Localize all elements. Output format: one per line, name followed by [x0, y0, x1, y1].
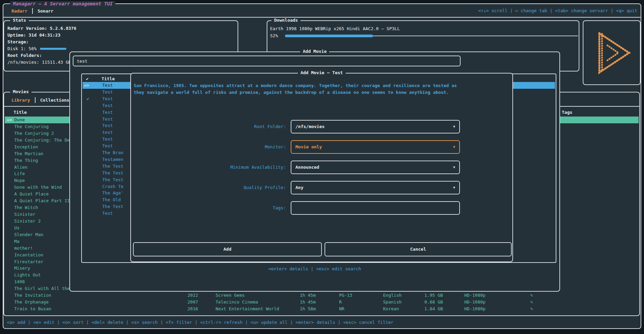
result-title: Test	[102, 89, 113, 96]
modal-title: Add Movie – Test	[298, 70, 346, 75]
movie-title: Lights Out	[14, 272, 41, 278]
library-row[interactable]: The Orphanage2007Telecinco Cinema1h 45mR…	[5, 299, 639, 306]
pencil-icon: ✎	[530, 306, 533, 312]
library-row[interactable]: The Invitation2022Screen Gems1h 45mPG-13…	[5, 292, 639, 299]
app-title: Managarr – A Servarr management TUI	[10, 1, 115, 6]
form-field-row: Root Folder:/nfs/movies▼	[131, 120, 512, 133]
movie-certification: R	[339, 299, 342, 306]
result-title: Test	[102, 116, 113, 123]
result-title: The Test	[102, 170, 124, 176]
tab-radarr[interactable]: Radarr	[12, 8, 27, 14]
movie-language: Spanish	[383, 299, 402, 306]
disk-usage-gauge	[40, 48, 66, 50]
result-title: The Test	[102, 203, 124, 210]
result-title: Testamen	[102, 156, 124, 163]
movie-size: 0.68 GB	[424, 299, 443, 306]
root-folder-value: /nfs/movies: 11511.43 GB	[7, 59, 71, 65]
disk-usage-row: Disk 1: 56%	[7, 46, 66, 52]
field-input[interactable]	[291, 201, 460, 215]
result-title: Test	[102, 109, 113, 116]
movie-title: The Girl with All the	[14, 285, 70, 292]
movie-title: Us	[14, 225, 20, 231]
result-title: The Old	[102, 196, 121, 203]
download-progress-fill	[285, 35, 373, 37]
field-dropdown[interactable]: Any▼	[291, 181, 460, 194]
selection-arrow-icon: =>	[7, 117, 12, 123]
movie-title: Inception	[14, 144, 38, 150]
movie-search-input[interactable]	[73, 56, 461, 66]
form-field-row: Quality Profile:Any▼	[131, 181, 512, 194]
movie-title: Gone with the Wind	[14, 184, 62, 191]
result-title: Test	[102, 136, 113, 143]
movie-title: The Thing	[14, 157, 38, 164]
field-value: Announced	[295, 161, 319, 173]
result-title: The Test	[102, 163, 124, 170]
movie-title: The Orphanage	[14, 299, 49, 306]
movie-size: 1.84 GB	[424, 306, 443, 312]
uptime: Uptime: 31d 04:31:23	[7, 32, 61, 38]
pencil-icon: ✎	[530, 299, 533, 306]
movie-title: The Conjuring 2	[14, 130, 54, 137]
movie-studio: Screen Gems	[216, 292, 245, 299]
movie-title: Nope	[14, 177, 25, 184]
result-title: Crash Te	[102, 183, 124, 190]
checkmark-icon: ✔	[87, 96, 89, 102]
chevron-down-icon: ▼	[453, 141, 455, 153]
movie-title: A Quiet Place Part II	[14, 197, 70, 204]
movie-runtime: 1h 45m	[300, 292, 316, 299]
movie-title: Incantation	[14, 252, 43, 258]
add-movie-modal: Add Movie – Test San Francisco, 1985. Tw…	[130, 73, 513, 262]
form-field-row: Tags:	[131, 201, 512, 215]
movie-description: San Francisco, 1985. Two opposites attra…	[134, 82, 462, 96]
result-title: Test	[102, 82, 113, 89]
search-keybind-help: <enter> details | <esc> edit search	[70, 266, 559, 271]
movie-quality: HD-1080p	[464, 299, 486, 306]
library-row[interactable]: Train to Busan2016Next Entertainment Wor…	[5, 306, 639, 312]
movie-title: The Conjuring: The De	[14, 137, 70, 144]
result-title: Test	[102, 122, 113, 129]
download-item: Earth 1998 1080p WEBRip x265 Hindi AAC2.…	[270, 26, 400, 32]
movie-title: Sinister	[14, 211, 36, 218]
movie-runtime: 1h 58m	[300, 306, 316, 312]
movie-title: The Martian	[14, 150, 43, 157]
movie-title: Firestarter	[14, 258, 43, 265]
movie-title: Misery	[14, 265, 30, 272]
movie-size: 1.95 GB	[424, 292, 443, 299]
form-field-row: Minimum Availability:Announced▼	[131, 161, 512, 174]
pencil-icon: ✎	[530, 292, 533, 299]
movie-quality: HD-1080p	[464, 292, 486, 299]
field-label: Tags:	[134, 201, 286, 215]
field-label: Root Folder:	[134, 120, 286, 133]
movie-title: The Invitation	[14, 292, 51, 299]
storage-label: Storage:	[7, 39, 29, 45]
tab-sonarr[interactable]: Sonarr	[38, 8, 53, 14]
movie-studio: Next Entertainment World	[216, 306, 279, 312]
footer-keybind-help: <a> add | <e> edit | <o> sort | <del> de…	[7, 319, 394, 326]
movie-title: Sinister 2	[14, 218, 41, 225]
field-value: /nfs/movies	[295, 121, 325, 133]
radarr-version: Radarr Version: 5.2.6.8376	[7, 25, 76, 32]
movie-language: English	[383, 292, 402, 299]
download-progress-track	[373, 36, 578, 36]
header-divider	[3, 17, 641, 18]
add-button[interactable]: Add	[133, 242, 322, 256]
result-title: test	[102, 129, 113, 136]
field-dropdown[interactable]: Movie only▼	[291, 140, 460, 154]
form-field-row: Monitor:Movie only▼	[131, 140, 512, 154]
disk-usage-label: Disk 1: 56%	[7, 46, 37, 52]
cancel-button[interactable]: Cancel	[325, 242, 512, 256]
movie-title: Life	[14, 170, 25, 177]
movie-title: Dune	[14, 117, 25, 123]
field-dropdown[interactable]: /nfs/movies▼	[291, 120, 460, 133]
tab-separator	[32, 8, 33, 14]
movie-title: The Witch	[14, 204, 38, 211]
download-progress-row: 52%	[270, 33, 577, 39]
movie-title: The Conjuring	[14, 123, 49, 130]
check-column-header: ✔	[86, 76, 89, 81]
field-label: Monitor:	[134, 140, 286, 154]
movie-year: 2016	[187, 306, 198, 312]
movie-title: Alien	[14, 164, 27, 171]
servarr-tabs: Radarr Sonarr	[12, 7, 53, 14]
field-label: Quality Profile:	[134, 181, 286, 194]
field-dropdown[interactable]: Announced▼	[291, 161, 460, 174]
